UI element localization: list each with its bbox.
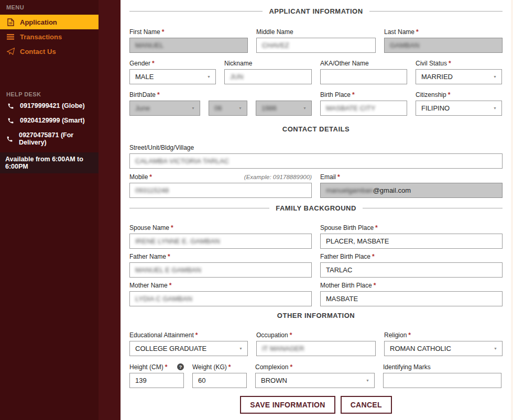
form-row: Educational Attainment* COLLEGE GRADUATE… bbox=[129, 331, 503, 356]
required-mark: * bbox=[228, 363, 231, 371]
required-mark: * bbox=[157, 91, 160, 98]
email-label: Email* bbox=[320, 173, 503, 181]
first-name-field: First Name* MANUEL bbox=[129, 28, 248, 53]
sidebar: MENU Application Transactions Contact Us… bbox=[0, 0, 99, 420]
form-row: Height (CM)* ? 139 Weight (KG)* 60 Compl… bbox=[129, 363, 503, 388]
sidebar-item-transactions[interactable]: Transactions bbox=[0, 29, 99, 44]
street-label: Street/Unit/Bldg/Village bbox=[129, 143, 503, 151]
occupation-field: Occupation* IT MANAGER bbox=[256, 331, 376, 356]
phone-icon bbox=[6, 136, 14, 142]
chevron-down-icon: ▼ bbox=[493, 106, 497, 110]
phone-number: 09204129999 (Smart) bbox=[20, 117, 85, 124]
spouse-name-input[interactable]: IRENE LYNNE E. GAMBAN bbox=[129, 234, 312, 249]
save-information-button[interactable]: SAVE INFORMATION bbox=[240, 396, 335, 414]
birthdate-field: BirthDate* June▼ 06▼ 1986▼ bbox=[129, 91, 312, 116]
birth-month-select[interactable]: June▼ bbox=[129, 101, 200, 116]
chevron-down-icon: ▼ bbox=[191, 106, 195, 110]
birth-place-label: Birth Place* bbox=[320, 91, 407, 98]
complexion-field: Complexion* BROWN▼ bbox=[255, 363, 375, 388]
chevron-down-icon: ▼ bbox=[494, 347, 497, 350]
required-mark: * bbox=[416, 28, 419, 36]
divider-line bbox=[361, 315, 503, 316]
divider-line bbox=[356, 129, 503, 129]
required-mark: * bbox=[162, 28, 165, 36]
form-row: BirthDate* June▼ 06▼ 1986▼ Birth Place* … bbox=[129, 91, 503, 116]
required-mark: * bbox=[168, 253, 170, 260]
birth-year-select[interactable]: 1986▼ bbox=[256, 101, 312, 116]
occupation-input[interactable]: IT MANAGER bbox=[256, 341, 376, 356]
educational-attainment-field: Educational Attainment* COLLEGE GRADUATE… bbox=[129, 331, 248, 356]
mobile-example-hint: (Example: 09178889900) bbox=[244, 174, 312, 180]
spouse-birth-place-field: Spouse Birth Place* PLACER, MASBATE bbox=[320, 224, 503, 249]
required-mark: * bbox=[169, 282, 172, 289]
last-name-input[interactable]: GAMBAN bbox=[384, 38, 503, 53]
civil-status-field: Civil Status* MARRIED▼ bbox=[416, 59, 502, 84]
chevron-down-icon: ▼ bbox=[303, 106, 307, 110]
cancel-button[interactable]: CANCEL bbox=[341, 396, 392, 414]
mobile-field: Mobile* (Example: 09178889900) 093115248 bbox=[129, 173, 312, 198]
sidebar-item-application[interactable]: Application bbox=[0, 15, 99, 29]
help-icon[interactable]: ? bbox=[177, 363, 184, 370]
first-name-input[interactable]: MANUEL bbox=[129, 38, 248, 53]
citizenship-field: Citizenship* FILIPINO▼ bbox=[416, 91, 502, 116]
gender-label: Gender* bbox=[129, 59, 216, 67]
mother-name-field: Mother Name* LYDIA C GAMBAN bbox=[129, 281, 312, 306]
phone-number: 09179999421 (Globe) bbox=[20, 102, 85, 109]
gender-select[interactable]: MALE▼ bbox=[129, 69, 216, 84]
complexion-select[interactable]: BROWN▼ bbox=[255, 373, 375, 388]
document-icon bbox=[6, 18, 15, 26]
citizenship-select[interactable]: FILIPINO▼ bbox=[416, 101, 502, 116]
height-label: Height (CM)* ? bbox=[129, 363, 184, 371]
father-birth-place-label: Father Birth Place* bbox=[320, 252, 503, 260]
father-name-input[interactable]: MANUEL E GAMBAN bbox=[129, 262, 312, 278]
weight-label: Weight (KG)* bbox=[192, 363, 247, 371]
required-mark: * bbox=[352, 91, 355, 98]
chevron-down-icon: ▼ bbox=[238, 106, 242, 110]
religion-label: Religion* bbox=[384, 331, 503, 339]
mother-birth-place-input[interactable]: MASBATE bbox=[320, 291, 503, 306]
mobile-input[interactable]: 093115248 bbox=[129, 183, 312, 198]
sidebar-item-label: Application bbox=[20, 18, 57, 26]
email-input[interactable]: manuelgamban@gmail.com bbox=[320, 183, 503, 198]
required-mark: * bbox=[165, 363, 168, 371]
required-mark: * bbox=[375, 224, 378, 231]
spouse-name-field: Spouse Name* IRENE LYNNE E. GAMBAN bbox=[129, 224, 312, 249]
weight-input[interactable]: 60 bbox=[192, 373, 247, 388]
last-name-label: Last Name* bbox=[384, 28, 503, 36]
section-header-applicant-information: APPLICANT INFORMATION bbox=[129, 7, 503, 15]
required-mark: * bbox=[372, 253, 375, 260]
birthdate-group: June▼ 06▼ 1986▼ bbox=[129, 101, 312, 116]
sidebar-item-label: Transactions bbox=[20, 33, 62, 41]
birth-day-select[interactable]: 06▼ bbox=[209, 101, 247, 116]
mother-name-input[interactable]: LYDIA C GAMBAN bbox=[129, 291, 312, 306]
required-mark: * bbox=[290, 331, 292, 339]
civil-status-label: Civil Status* bbox=[416, 59, 502, 67]
divider-line bbox=[129, 315, 271, 316]
father-birth-place-input[interactable]: TARLAC bbox=[320, 262, 503, 278]
occupation-label: Occupation* bbox=[256, 331, 376, 339]
menu-header: MENU bbox=[0, 0, 99, 13]
civil-status-select[interactable]: MARRIED▼ bbox=[416, 69, 502, 84]
form-row: Gender* MALE▼ Nickname JUN AKA/Other Nam… bbox=[129, 59, 503, 84]
middle-name-label: Middle Name bbox=[256, 28, 376, 36]
father-name-label: Father Name* bbox=[129, 252, 312, 260]
religion-select[interactable]: ROMAN CATHOLIC▼ bbox=[384, 341, 503, 356]
educational-attainment-select[interactable]: COLLEGE GRADUATE▼ bbox=[129, 341, 248, 356]
aka-field: AKA/Other Name bbox=[320, 59, 407, 84]
birth-place-input[interactable]: MASBATE CITY bbox=[320, 101, 407, 116]
divider-line bbox=[129, 129, 276, 129]
height-input[interactable]: 139 bbox=[129, 373, 184, 388]
mobile-label: Mobile* (Example: 09178889900) bbox=[129, 173, 312, 181]
middle-name-input[interactable]: CHAVEZ bbox=[256, 38, 376, 53]
section-header-family-background: FAMILY BACKGROUND bbox=[129, 204, 503, 212]
aka-input[interactable] bbox=[320, 69, 407, 84]
identifying-marks-input[interactable] bbox=[383, 373, 501, 388]
spouse-birth-place-input[interactable]: PLACER, MASBATE bbox=[320, 234, 503, 249]
mother-birth-place-field: Mother Birth Place* MASBATE bbox=[320, 281, 503, 306]
nickname-input[interactable]: JUN bbox=[224, 69, 312, 84]
divider-line bbox=[129, 208, 269, 208]
divider-line bbox=[129, 11, 263, 12]
chevron-down-icon: ▼ bbox=[493, 75, 497, 79]
street-input[interactable]: CALAMBA VICTORIA TARLAC bbox=[129, 153, 503, 169]
sidebar-item-contact-us[interactable]: Contact Us bbox=[0, 44, 99, 59]
